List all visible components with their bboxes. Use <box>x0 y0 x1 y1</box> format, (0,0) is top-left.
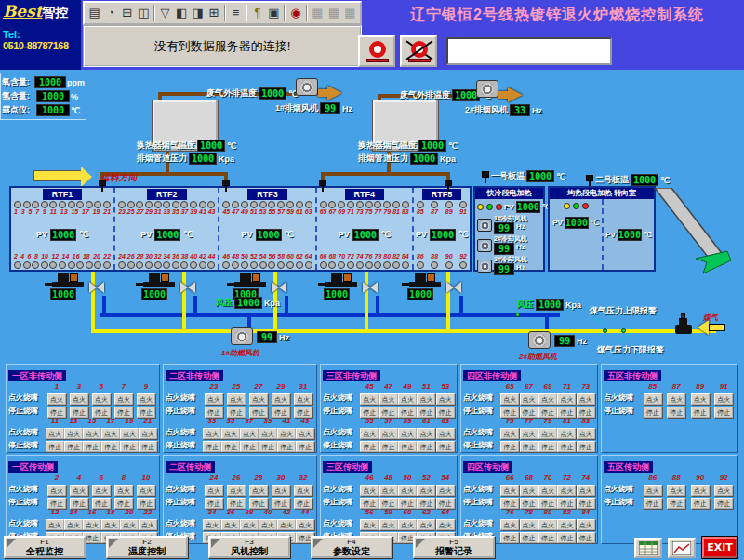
burner-icon[interactable] <box>459 261 467 269</box>
burner-icon[interactable] <box>365 201 373 208</box>
burner-icon[interactable] <box>136 201 143 208</box>
burner-icon[interactable] <box>86 201 93 208</box>
stop-button-84[interactable]: 停止 <box>577 532 595 543</box>
refresh-icon[interactable]: ◔ <box>103 5 117 21</box>
stop-button-81[interactable]: 停止 <box>557 441 576 452</box>
burner-icon[interactable] <box>32 201 39 208</box>
burner-icon[interactable] <box>163 201 170 208</box>
burner-icon[interactable] <box>232 261 239 269</box>
burner-icon[interactable] <box>180 261 188 269</box>
burner-icon[interactable] <box>127 201 135 208</box>
burner-icon[interactable] <box>59 201 66 208</box>
burner-icon[interactable] <box>59 261 66 269</box>
burner-icon[interactable] <box>49 201 57 208</box>
new-icon[interactable]: ▤ <box>87 5 101 21</box>
burner-icon[interactable] <box>347 201 354 208</box>
print-icon[interactable]: ▣ <box>267 5 281 21</box>
function-button-f5[interactable]: F5报警记录 <box>413 536 495 558</box>
function-button-f4[interactable]: F4参数设定 <box>311 536 392 558</box>
stop-button-77[interactable]: 停止 <box>520 441 538 452</box>
burner-icon[interactable] <box>431 261 438 269</box>
burner-icon[interactable] <box>445 201 453 208</box>
stop-button-88[interactable]: 停止 <box>667 498 685 509</box>
stop-button-92[interactable]: 停止 <box>714 498 733 509</box>
burner-icon[interactable] <box>392 261 400 269</box>
burner-icon[interactable] <box>305 261 312 269</box>
burner-icon[interactable] <box>14 261 21 269</box>
stop-button-17[interactable]: 停止 <box>101 441 120 452</box>
stop-button-55[interactable]: 停止 <box>360 441 379 452</box>
burner-icon[interactable] <box>14 201 21 208</box>
burner-icon[interactable] <box>356 201 364 208</box>
stop-button-87[interactable]: 停止 <box>667 407 685 418</box>
burner-icon[interactable] <box>103 261 111 269</box>
burner-icon[interactable] <box>338 201 345 208</box>
burner-icon[interactable] <box>222 201 230 208</box>
burner-icon[interactable] <box>250 201 258 208</box>
stop-button-57[interactable]: 停止 <box>379 441 398 452</box>
burner-icon[interactable] <box>459 201 467 208</box>
burner-icon[interactable] <box>172 261 179 269</box>
stop-button-21[interactable]: 停止 <box>139 441 157 452</box>
burner-icon[interactable] <box>145 201 153 208</box>
function-button-f3[interactable]: F3风机控制 <box>208 536 290 558</box>
burner-icon[interactable] <box>32 261 39 269</box>
burner-icon[interactable] <box>180 201 188 208</box>
chart2-icon[interactable]: ◨ <box>191 5 205 21</box>
burner-icon[interactable] <box>118 261 126 269</box>
burner-icon[interactable] <box>417 201 424 208</box>
stop-button-39[interactable]: 停止 <box>259 441 277 452</box>
table3-icon[interactable]: ▦ <box>343 5 357 21</box>
burner-icon[interactable] <box>163 261 170 269</box>
burner-icon[interactable] <box>268 201 275 208</box>
burner-icon[interactable] <box>172 201 179 208</box>
burner-icon[interactable] <box>222 261 230 269</box>
burner-icon[interactable] <box>365 261 373 269</box>
stop-button-63[interactable]: 停止 <box>436 441 455 452</box>
trend-chart-button[interactable] <box>668 538 696 558</box>
burner-icon[interactable] <box>445 261 453 269</box>
stop-button-19[interactable]: 停止 <box>120 441 139 452</box>
stop-button-82[interactable]: 停止 <box>557 532 576 543</box>
report-table-button[interactable] <box>634 538 662 558</box>
burner-icon[interactable] <box>374 201 381 208</box>
burner-icon[interactable] <box>392 201 400 208</box>
burner-icon[interactable] <box>296 261 303 269</box>
burner-icon[interactable] <box>23 201 31 208</box>
stop-button-11[interactable]: 停止 <box>46 441 64 452</box>
burner-icon[interactable] <box>383 201 391 208</box>
burner-icon[interactable] <box>241 261 248 269</box>
burner-icon[interactable] <box>268 261 275 269</box>
gas-shutoff-valve[interactable] <box>675 318 692 335</box>
burner-icon[interactable] <box>68 261 75 269</box>
function-button-f1[interactable]: F1全程监控 <box>4 536 86 558</box>
stop-button-86[interactable]: 停止 <box>644 498 662 509</box>
burner-icon[interactable] <box>190 261 197 269</box>
table2-icon[interactable]: ▦ <box>326 5 340 21</box>
stop-button-89[interactable]: 停止 <box>691 407 710 418</box>
burner-icon[interactable] <box>347 261 354 269</box>
burner-icon[interactable] <box>145 261 153 269</box>
key-icon[interactable]: ¶ <box>250 5 264 21</box>
stop-button-79[interactable]: 停止 <box>538 441 557 452</box>
select-icon[interactable]: ▽ <box>158 5 172 21</box>
stop-button-83[interactable]: 停止 <box>577 441 595 452</box>
alarm-lamp-button[interactable] <box>358 35 395 67</box>
burner-icon[interactable] <box>207 261 215 269</box>
burner-icon[interactable] <box>296 201 303 208</box>
burner-icon[interactable] <box>68 201 75 208</box>
burner-icon[interactable] <box>277 261 285 269</box>
burner-icon[interactable] <box>328 261 336 269</box>
burner-icon[interactable] <box>402 261 409 269</box>
burner-icon[interactable] <box>23 261 31 269</box>
burner-icon[interactable] <box>41 261 48 269</box>
burner-icon[interactable] <box>305 201 312 208</box>
burner-icon[interactable] <box>127 261 135 269</box>
burner-icon[interactable] <box>320 261 327 269</box>
burner-icon[interactable] <box>49 261 57 269</box>
function-button-f2[interactable]: F2温度控制 <box>106 536 188 558</box>
stop-button-91[interactable]: 停止 <box>714 407 733 418</box>
burner-icon[interactable] <box>154 201 162 208</box>
burner-icon[interactable] <box>259 201 267 208</box>
stop-button-33[interactable]: 停止 <box>203 441 221 452</box>
